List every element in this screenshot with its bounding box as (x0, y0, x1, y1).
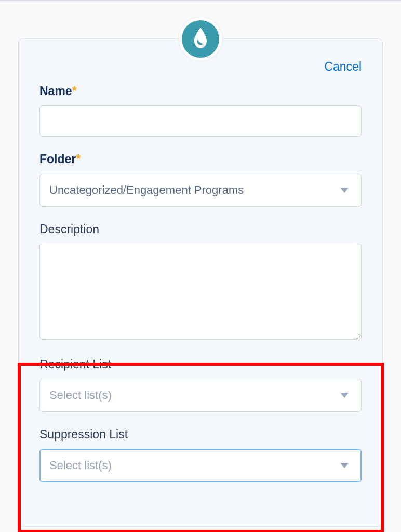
name-label: Name* (39, 84, 362, 98)
recipient-list-group: Recipient List Select list(s) (39, 357, 362, 412)
description-label: Description (39, 222, 362, 236)
name-input[interactable] (39, 105, 362, 137)
header-icon-circle (179, 17, 222, 61)
suppression-list-group: Suppression List Select list(s) (39, 428, 362, 482)
suppression-list-label: Suppression List (39, 428, 362, 442)
form-card: Cancel Name* Folder* Uncategorized/Engag… (18, 38, 383, 527)
description-textarea[interactable] (39, 244, 362, 340)
page-root: Cancel Name* Folder* Uncategorized/Engag… (0, 0, 401, 532)
drop-icon (192, 28, 209, 50)
folder-group: Folder* Uncategorized/Engagement Program… (39, 152, 362, 207)
cancel-row: Cancel (39, 60, 362, 74)
cancel-link[interactable]: Cancel (324, 60, 362, 74)
folder-label: Folder* (39, 152, 362, 166)
recipient-list-placeholder: Select list(s) (49, 389, 112, 402)
chevron-down-icon (340, 393, 349, 398)
required-asterisk: * (72, 84, 77, 98)
folder-select[interactable]: Uncategorized/Engagement Programs (39, 174, 362, 207)
required-asterisk: * (76, 152, 81, 166)
name-label-text: Name (39, 84, 72, 98)
recipient-list-select[interactable]: Select list(s) (39, 379, 362, 412)
description-group: Description (39, 222, 362, 342)
chevron-down-icon (340, 188, 349, 193)
suppression-list-placeholder: Select list(s) (49, 459, 112, 472)
suppression-list-select[interactable]: Select list(s) (39, 449, 362, 482)
folder-label-text: Folder (39, 152, 76, 166)
chevron-down-icon (340, 463, 349, 468)
recipient-list-label: Recipient List (39, 357, 362, 371)
name-group: Name* (39, 84, 362, 137)
folder-selected-value: Uncategorized/Engagement Programs (49, 183, 244, 197)
